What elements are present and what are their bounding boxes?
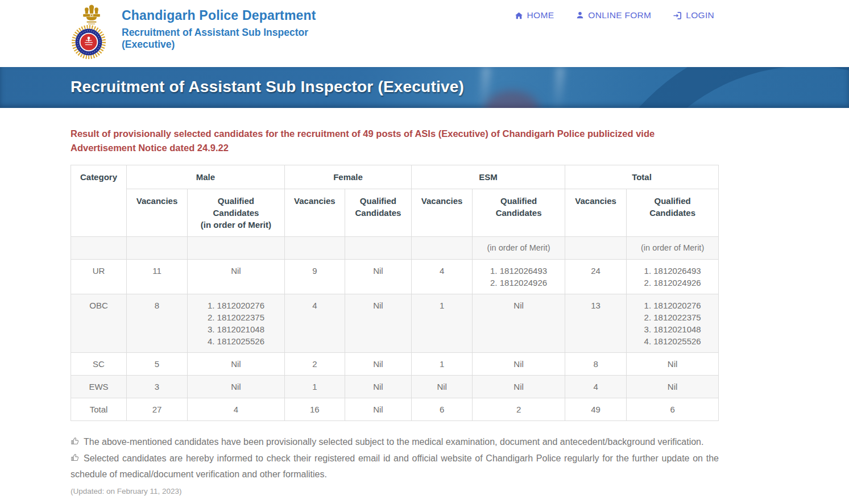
site-subtitle: Recruitment of Assistant Sub Inspector (…: [122, 27, 318, 51]
col-header-esm-vacancies: Vacancies: [412, 189, 473, 237]
merit-note-cell: [71, 237, 127, 260]
table-row-obc: OBC81. 1812020276 2. 1812022375 3. 18120…: [71, 294, 719, 353]
col-header-female-qualified: Qualified Candidates: [345, 189, 411, 237]
merit-note-cell: (in order of Merit): [627, 237, 719, 260]
data-cell: Nil: [188, 353, 285, 376]
col-header-category: Category: [71, 165, 127, 237]
data-cell: 49: [565, 398, 627, 421]
nav-label: ONLINE FORM: [588, 10, 651, 20]
result-notice: Result of provisionally selected candida…: [71, 127, 719, 155]
nav-online-form[interactable]: ONLINE FORM: [575, 10, 651, 20]
login-icon: [673, 11, 682, 20]
table-row-total: Total27416Nil62496: [71, 398, 719, 421]
note-2: Selected candidates are hereby informed …: [71, 451, 719, 482]
site-title: Chandigarh Police Department: [122, 8, 318, 23]
data-cell: 8: [565, 353, 627, 376]
data-cell: 3: [126, 376, 187, 398]
data-cell: 16: [284, 398, 345, 421]
merit-note-cell: [412, 237, 473, 260]
thumb-up-icon: [71, 436, 80, 451]
data-cell: 6: [627, 398, 719, 421]
data-cell: Nil: [412, 376, 473, 398]
nav-home[interactable]: HOME: [514, 10, 554, 20]
notes-section: The above-mentioned candidates have been…: [71, 435, 719, 482]
home-icon: [514, 11, 524, 20]
group-header-total: Total: [565, 165, 719, 189]
data-cell: Nil: [345, 260, 411, 294]
nav-login[interactable]: LOGIN: [673, 10, 714, 20]
data-cell: Nil: [627, 376, 719, 398]
merit-note-cell: [284, 237, 345, 260]
col-header-female-vacancies: Vacancies: [284, 189, 345, 237]
data-cell: 24: [565, 260, 627, 294]
note-text: Selected candidates are hereby informed …: [71, 453, 719, 479]
data-cell: Nil: [473, 376, 565, 398]
data-cell: 6: [412, 398, 473, 421]
page: Chandigarh Police Department Recruitment…: [0, 0, 849, 504]
data-cell: 2: [284, 353, 345, 376]
merit-note-cell: [565, 237, 627, 260]
updated-date: (Updated: on February 11, 2023): [71, 487, 719, 495]
col-header-male-qualified: Qualified Candidates (in order of Merit): [188, 189, 285, 237]
page-banner: Recruitment of Assistant Sub Inspector (…: [0, 67, 849, 108]
group-header-esm: ESM: [412, 165, 565, 189]
data-cell: 1: [412, 353, 473, 376]
data-cell: 13: [565, 294, 627, 353]
category-cell: EWS: [71, 376, 127, 398]
group-header-male: Male: [126, 165, 284, 189]
title-block: Chandigarh Police Department Recruitment…: [122, 2, 318, 51]
table-row-ur: UR11Nil9Nil41. 1812026493 2. 18120249262…: [71, 260, 719, 294]
data-cell: 8: [126, 294, 187, 353]
thumb-up-icon: [71, 452, 80, 467]
data-cell: 2: [473, 398, 565, 421]
data-cell: Nil: [345, 353, 411, 376]
category-cell: SC: [71, 353, 127, 376]
logo-block: [71, 2, 114, 64]
data-cell: Nil: [345, 398, 411, 421]
data-cell: 1. 1812026493 2. 1812024926: [473, 260, 565, 294]
category-cell: Total: [71, 398, 127, 421]
data-cell: 1. 1812020276 2. 1812022375 3. 181202104…: [188, 294, 285, 353]
data-cell: Nil: [345, 294, 411, 353]
data-cell: 4: [188, 398, 285, 421]
col-header-total-qualified: Qualified Candidates: [627, 189, 719, 237]
data-cell: 4: [284, 294, 345, 353]
site-header: Chandigarh Police Department Recruitment…: [0, 0, 849, 67]
note-1: The above-mentioned candidates have been…: [71, 435, 719, 451]
table-row-sc: SC5Nil2Nil1Nil8Nil: [71, 353, 719, 376]
data-cell: 4: [565, 376, 627, 398]
category-cell: UR: [71, 260, 127, 294]
data-cell: Nil: [473, 294, 565, 353]
user-icon: [575, 11, 585, 20]
category-cell: OBC: [71, 294, 127, 353]
note-text: The above-mentioned candidates have been…: [84, 437, 703, 447]
data-cell: 4: [412, 260, 473, 294]
data-cell: Nil: [188, 260, 285, 294]
data-cell: 1: [412, 294, 473, 353]
main-content: Result of provisionally selected candida…: [71, 127, 719, 495]
merit-note-cell: (in order of Merit): [473, 237, 565, 260]
data-cell: Nil: [345, 376, 411, 398]
group-header-female: Female: [284, 165, 411, 189]
data-cell: Nil: [473, 353, 565, 376]
col-header-male-vacancies: Vacancies: [126, 189, 187, 237]
banner-title: Recruitment of Assistant Sub Inspector (…: [71, 67, 719, 96]
main-nav: HOMEONLINE FORMLOGIN: [514, 10, 719, 20]
merit-note-row: (in order of Merit)(in order of Merit): [71, 237, 719, 260]
merit-note-cell: [188, 237, 285, 260]
merit-note-cell: [345, 237, 411, 260]
table-sub-header-row: VacanciesQualified Candidates (in order …: [71, 189, 719, 237]
data-cell: 9: [284, 260, 345, 294]
data-cell: Nil: [627, 353, 719, 376]
nav-label: HOME: [527, 10, 554, 20]
nav-label: LOGIN: [686, 10, 714, 20]
data-cell: 1. 1812020276 2. 1812022375 3. 181202104…: [627, 294, 719, 353]
table-row-ews: EWS3Nil1NilNilNil4Nil: [71, 376, 719, 398]
data-cell: 1: [284, 376, 345, 398]
data-cell: 11: [126, 260, 187, 294]
data-cell: 1. 1812026493 2. 1812024926: [627, 260, 719, 294]
result-table: CategoryMaleFemaleESMTotalVacanciesQuali…: [71, 165, 719, 421]
data-cell: Nil: [188, 376, 285, 398]
merit-note-cell: [126, 237, 187, 260]
chandigarh-police-badge-icon: [72, 25, 106, 61]
